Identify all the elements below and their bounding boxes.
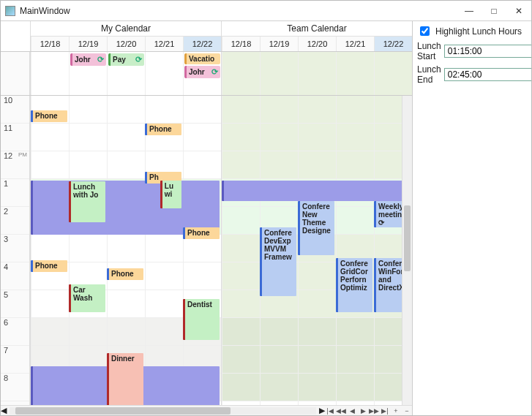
time-slot[interactable]: [299, 374, 336, 401]
day-column[interactable]: [222, 96, 260, 405]
time-slot[interactable]: [299, 318, 336, 346]
time-slot[interactable]: [146, 96, 183, 124]
time-slot[interactable]: [108, 290, 145, 318]
day-header[interactable]: 12/21: [336, 37, 374, 51]
nav-forward-button[interactable]: ▶: [358, 406, 368, 415]
time-slot[interactable]: [337, 151, 374, 179]
time-slot[interactable]: [299, 262, 336, 290]
scroll-left-button[interactable]: ◀: [1, 406, 7, 415]
time-slot[interactable]: [146, 290, 183, 318]
allday-cell[interactable]: [145, 52, 183, 95]
nav-fastback-button[interactable]: ◀◀: [336, 406, 346, 415]
time-slot[interactable]: [70, 151, 107, 179]
appointment[interactable]: Phone: [31, 260, 67, 272]
vertical-scroll-thumb[interactable]: [404, 205, 411, 271]
maximize-button[interactable]: □: [482, 1, 506, 20]
time-slot[interactable]: [222, 207, 260, 235]
time-slot[interactable]: [184, 262, 221, 290]
day-header[interactable]: 12/19: [260, 37, 298, 51]
appointment[interactable]: Lunch with Jo: [69, 181, 105, 222]
scroll-right-button[interactable]: ▶: [319, 406, 325, 415]
time-slot[interactable]: [146, 262, 183, 290]
time-slot[interactable]: [31, 318, 69, 346]
allday-appointment[interactable]: Vacatio: [184, 53, 220, 64]
day-header[interactable]: 12/19: [69, 37, 107, 51]
minimize-button[interactable]: —: [457, 1, 482, 20]
lunch-start-input[interactable]: [444, 45, 531, 58]
time-slot[interactable]: [261, 151, 298, 179]
appointment[interactable]: Confere DevExp MVVM Framew: [260, 227, 296, 296]
allday-cell[interactable]: Pay⟳: [107, 52, 145, 95]
time-slot[interactable]: [70, 96, 107, 124]
allday-appointment[interactable]: Pay⟳: [108, 53, 144, 66]
day-header[interactable]: 12/18: [31, 37, 69, 51]
allday-cell[interactable]: [31, 52, 69, 95]
time-slot[interactable]: [70, 235, 107, 262]
close-button[interactable]: ✕: [506, 1, 531, 20]
time-slot[interactable]: [146, 235, 183, 262]
highlight-lunch-checkbox[interactable]: Highlight Lunch Hours: [417, 24, 527, 38]
nav-first-button[interactable]: |◀: [325, 406, 335, 415]
time-slot[interactable]: [222, 374, 260, 401]
time-slot[interactable]: [222, 262, 260, 290]
day-header[interactable]: 12/22: [374, 37, 412, 51]
vertical-scrollbar[interactable]: [402, 96, 412, 405]
time-slot[interactable]: [337, 318, 374, 346]
nav-last-button[interactable]: ▶|: [380, 406, 390, 415]
allday-cell[interactable]: [298, 52, 336, 95]
day-column[interactable]: [183, 96, 221, 405]
appointment[interactable]: Lu wi: [160, 181, 182, 208]
zoom-out-button[interactable]: −: [402, 406, 412, 415]
day-header[interactable]: 12/20: [107, 37, 145, 51]
time-slot[interactable]: [261, 374, 298, 401]
allday-cell[interactable]: [374, 52, 412, 95]
team-calendar-grid[interactable]: Confere DevExp MVVM FramewConfere New Th…: [221, 96, 412, 405]
zoom-in-button[interactable]: +: [391, 406, 401, 415]
allday-cell[interactable]: [222, 52, 260, 95]
time-slot[interactable]: [299, 290, 336, 318]
highlight-lunch-input[interactable]: [420, 26, 430, 36]
appointment[interactable]: Dentist: [183, 299, 220, 340]
time-slot[interactable]: [222, 151, 260, 179]
allday-appointment[interactable]: Johr⟳: [184, 66, 220, 78]
time-slot[interactable]: [337, 346, 374, 374]
nav-back-button[interactable]: ◀: [347, 406, 357, 415]
appointment[interactable]: [222, 181, 411, 201]
time-slot[interactable]: [31, 290, 69, 318]
time-slot[interactable]: [108, 318, 145, 346]
day-column[interactable]: [145, 96, 183, 405]
time-slot[interactable]: [184, 124, 221, 151]
time-slot[interactable]: [70, 318, 107, 346]
appointment[interactable]: Dinner: [107, 353, 143, 405]
day-column[interactable]: [336, 96, 374, 405]
time-slot[interactable]: [222, 124, 260, 151]
appointment[interactable]: Confere GridCor Perforn Optimiz: [336, 258, 372, 312]
time-slot[interactable]: [222, 235, 260, 262]
time-slot[interactable]: [222, 318, 260, 346]
appointment[interactable]: Car Wash: [69, 284, 105, 312]
day-header[interactable]: 12/20: [298, 37, 336, 51]
allday-cell[interactable]: [260, 52, 298, 95]
appointment[interactable]: Phone: [107, 268, 143, 280]
allday-cell[interactable]: VacatioJohr⟳: [183, 52, 221, 95]
appointment[interactable]: Phone: [183, 227, 220, 239]
time-slot[interactable]: [261, 124, 298, 151]
horizontal-scrollbar[interactable]: ◀ ▶ |◀ ◀◀ ◀ ▶ ▶▶ ▶| + −: [1, 405, 412, 415]
day-header[interactable]: 12/18: [222, 37, 260, 51]
allday-appointment[interactable]: Johr⟳: [70, 53, 106, 66]
time-slot[interactable]: [299, 346, 336, 374]
nav-fastforward-button[interactable]: ▶▶: [369, 406, 379, 415]
time-slot[interactable]: [108, 124, 145, 151]
time-slot[interactable]: [70, 124, 107, 151]
appointment[interactable]: Confere New Theme Designe: [298, 201, 334, 255]
time-slot[interactable]: [184, 96, 221, 124]
time-slot[interactable]: [108, 235, 145, 262]
horizontal-scroll-track[interactable]: [10, 407, 316, 415]
appointment[interactable]: Phone: [145, 124, 181, 135]
day-column[interactable]: [31, 96, 69, 405]
time-slot[interactable]: [337, 96, 374, 124]
day-column[interactable]: [69, 96, 107, 405]
time-slot[interactable]: [299, 96, 336, 124]
time-slot[interactable]: [31, 124, 69, 151]
time-slot[interactable]: [108, 151, 145, 179]
